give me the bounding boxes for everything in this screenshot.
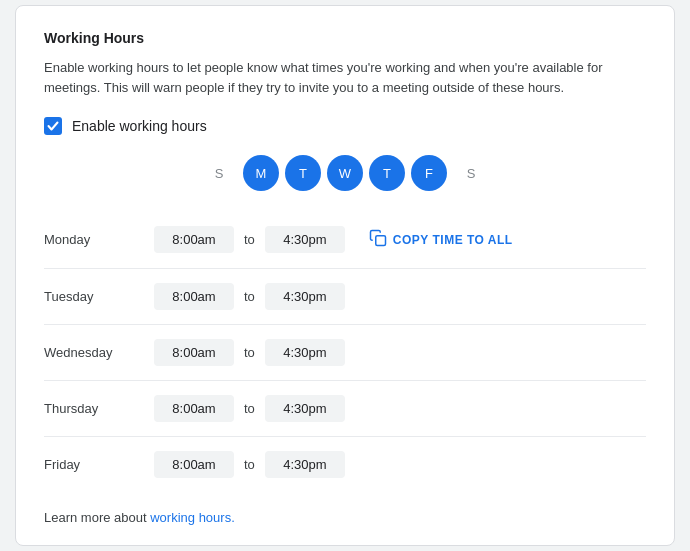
- to-label: to: [244, 401, 255, 416]
- schedule-row: Tuesday8:00amto4:30pm: [44, 273, 646, 320]
- to-label: to: [244, 457, 255, 472]
- working-hours-card: Working Hours Enable working hours to le…: [15, 5, 675, 546]
- row-divider: [44, 324, 646, 325]
- end-time-tuesday[interactable]: 4:30pm: [265, 283, 345, 310]
- start-time-wednesday[interactable]: 8:00am: [154, 339, 234, 366]
- day-circle-m[interactable]: M: [243, 155, 279, 191]
- to-label: to: [244, 232, 255, 247]
- to-label: to: [244, 289, 255, 304]
- end-time-monday[interactable]: 4:30pm: [265, 226, 345, 253]
- day-circle-s1[interactable]: S: [201, 155, 237, 191]
- row-divider: [44, 436, 646, 437]
- to-label: to: [244, 345, 255, 360]
- day-name-wednesday: Wednesday: [44, 345, 154, 360]
- day-name-friday: Friday: [44, 457, 154, 472]
- schedule-row: Friday8:00amto4:30pm: [44, 441, 646, 488]
- svg-rect-0: [376, 236, 386, 246]
- copy-time-button[interactable]: COPY TIME TO ALL: [361, 225, 521, 254]
- schedule-row: Monday8:00amto4:30pm COPY TIME TO ALL: [44, 215, 646, 264]
- start-time-friday[interactable]: 8:00am: [154, 451, 234, 478]
- row-divider: [44, 380, 646, 381]
- day-circle-t2[interactable]: T: [369, 155, 405, 191]
- enable-checkbox[interactable]: [44, 117, 62, 135]
- day-name-thursday: Thursday: [44, 401, 154, 416]
- copy-icon: [369, 229, 387, 250]
- description-text: Enable working hours to let people know …: [44, 58, 646, 97]
- schedule-row: Wednesday8:00amto4:30pm: [44, 329, 646, 376]
- enable-label: Enable working hours: [72, 118, 207, 134]
- enable-row: Enable working hours: [44, 117, 646, 135]
- schedule-list: Monday8:00amto4:30pm COPY TIME TO ALLTue…: [44, 215, 646, 488]
- start-time-monday[interactable]: 8:00am: [154, 226, 234, 253]
- end-time-wednesday[interactable]: 4:30pm: [265, 339, 345, 366]
- copy-time-label: COPY TIME TO ALL: [393, 233, 513, 247]
- row-divider: [44, 268, 646, 269]
- days-selector: SMTWTFS: [44, 155, 646, 191]
- end-time-friday[interactable]: 4:30pm: [265, 451, 345, 478]
- day-name-tuesday: Tuesday: [44, 289, 154, 304]
- footer-text: Learn more about: [44, 510, 150, 525]
- section-title: Working Hours: [44, 30, 646, 46]
- day-name-monday: Monday: [44, 232, 154, 247]
- day-circle-t1[interactable]: T: [285, 155, 321, 191]
- day-circle-f[interactable]: F: [411, 155, 447, 191]
- footer: Learn more about working hours.: [44, 510, 646, 525]
- start-time-tuesday[interactable]: 8:00am: [154, 283, 234, 310]
- schedule-row: Thursday8:00amto4:30pm: [44, 385, 646, 432]
- start-time-thursday[interactable]: 8:00am: [154, 395, 234, 422]
- day-circle-w[interactable]: W: [327, 155, 363, 191]
- footer-link[interactable]: working hours.: [150, 510, 235, 525]
- day-circle-s2[interactable]: S: [453, 155, 489, 191]
- end-time-thursday[interactable]: 4:30pm: [265, 395, 345, 422]
